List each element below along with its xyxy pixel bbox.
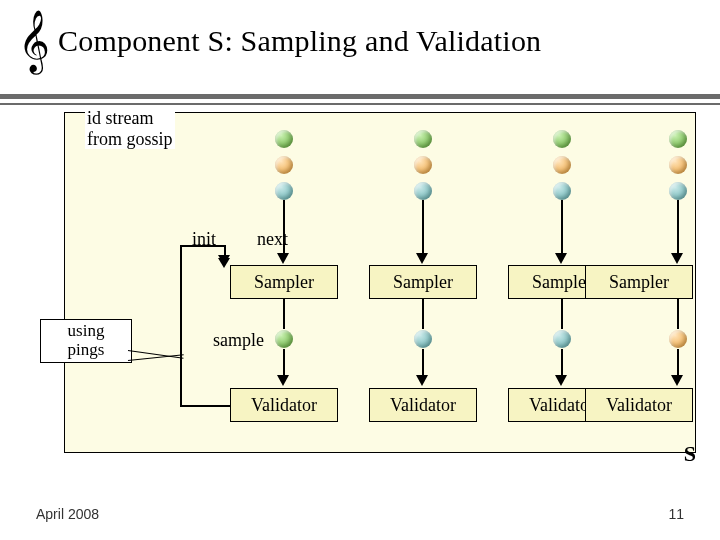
sampler-box: Sampler bbox=[585, 265, 693, 299]
arrow-down-icon bbox=[671, 253, 683, 264]
node-blue-icon bbox=[553, 182, 571, 200]
validator-box: Validator bbox=[585, 388, 693, 422]
init-loop-line bbox=[180, 245, 224, 247]
arrow-down-icon bbox=[416, 375, 428, 386]
arrow-down-icon bbox=[277, 253, 289, 264]
stream-line bbox=[561, 200, 563, 255]
arrow-down-icon bbox=[277, 375, 289, 386]
id-stream-label: id stream from gossip bbox=[85, 108, 175, 149]
node-blue-icon bbox=[669, 182, 687, 200]
arrow-down-icon bbox=[671, 375, 683, 386]
stream-line bbox=[677, 200, 679, 255]
sample-line bbox=[422, 349, 424, 377]
sample-ball-icon bbox=[669, 330, 687, 348]
node-orange-icon bbox=[414, 156, 432, 174]
arrow-down-icon bbox=[416, 253, 428, 264]
slide-title: Component S: Sampling and Validation bbox=[58, 24, 541, 58]
node-orange-icon bbox=[553, 156, 571, 174]
node-green-icon bbox=[669, 130, 687, 148]
sample-ball-icon bbox=[553, 330, 571, 348]
sample-line bbox=[283, 349, 285, 377]
treble-clef-icon: 𝄞 bbox=[18, 14, 50, 68]
node-orange-icon bbox=[669, 156, 687, 174]
sample-ball-icon bbox=[275, 330, 293, 348]
sample-line bbox=[283, 299, 285, 329]
init-loop-line bbox=[180, 245, 182, 406]
init-label: init bbox=[192, 229, 216, 250]
title-rule-thick bbox=[0, 94, 720, 99]
stream-line bbox=[422, 200, 424, 255]
pings-callout: using pings bbox=[40, 319, 132, 363]
node-orange-icon bbox=[275, 156, 293, 174]
node-green-icon bbox=[275, 130, 293, 148]
sample-label: sample bbox=[213, 330, 264, 351]
sample-line bbox=[561, 349, 563, 377]
arrow-down-icon bbox=[555, 375, 567, 386]
arrow-down-icon bbox=[555, 253, 567, 264]
validator-box: Validator bbox=[230, 388, 338, 422]
sample-ball-icon bbox=[414, 330, 432, 348]
slide: 𝄞 Component S: Sampling and Validation i… bbox=[0, 0, 720, 540]
sample-line bbox=[422, 299, 424, 329]
title-row: 𝄞 Component S: Sampling and Validation bbox=[0, 0, 720, 76]
arrow-down-icon bbox=[218, 258, 230, 268]
next-label: next bbox=[257, 229, 288, 250]
validator-box: Validator bbox=[369, 388, 477, 422]
sampler-box: Sampler bbox=[230, 265, 338, 299]
footer-date: April 2008 bbox=[36, 506, 99, 522]
node-green-icon bbox=[414, 130, 432, 148]
init-loop-line bbox=[180, 405, 230, 407]
node-blue-icon bbox=[414, 182, 432, 200]
component-s-label: S bbox=[684, 441, 696, 467]
node-green-icon bbox=[553, 130, 571, 148]
sampler-box: Sampler bbox=[369, 265, 477, 299]
title-rule-thin bbox=[0, 103, 720, 105]
footer-page-number: 11 bbox=[668, 506, 684, 522]
node-blue-icon bbox=[275, 182, 293, 200]
sample-line bbox=[677, 299, 679, 329]
sample-line bbox=[561, 299, 563, 329]
sample-line bbox=[677, 349, 679, 377]
